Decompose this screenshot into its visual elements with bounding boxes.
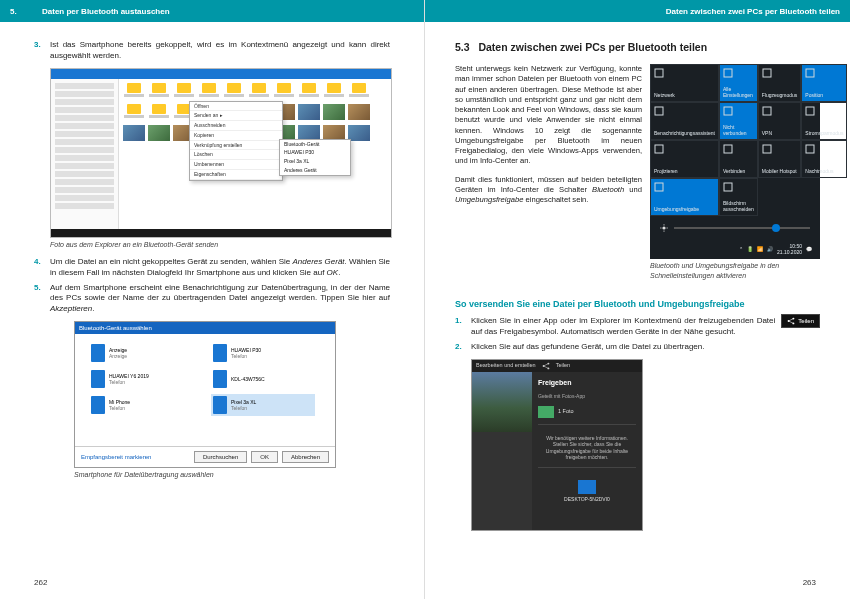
context-menu: ÖffnenSenden an ▸AusschneidenKopieren Ve… [189,101,283,181]
item-number: 3. [34,40,46,62]
ok-button[interactable]: OK [251,451,278,463]
explorer-main: ÖffnenSenden an ▸AusschneidenKopieren Ve… [119,79,391,237]
svg-rect-10 [763,145,771,153]
item-number: 1. [455,316,467,338]
page-number: 263 [803,578,816,587]
figure-share-flyout: Bearbeiten und erstellen Teilen Freigebe… [471,359,643,531]
figure-caption: Bluetooth und Umgebungsfreigabe in den S… [650,261,820,280]
svg-rect-6 [763,107,771,115]
action-center-tile[interactable]: Nachtmodus [801,140,847,178]
item-number: 4. [34,257,46,279]
dialog-title: Bluetooth-Gerät auswählen [75,322,335,334]
action-center-tile[interactable]: Stromsparmodus [801,102,847,140]
share-subtitle: Geteilt mit Fotos-App [538,393,636,400]
svg-rect-3 [806,69,814,77]
bluetooth-device[interactable]: Mi PhoneTelefon [89,394,193,416]
cancel-button[interactable]: Abbrechen [282,451,329,463]
device-icon [91,344,105,362]
page-right: Daten zwischen zwei PCs per Bluetooth te… [425,0,850,599]
tile-icon [654,68,664,78]
header-left: 5. Daten per Bluetooth austauschen [0,0,424,22]
device-icon [91,396,105,414]
action-center-tile[interactable]: Nicht verbunden [719,102,758,140]
subheading: So versenden Sie eine Datei per Bluetoot… [455,298,820,310]
device-icon [213,344,227,362]
brightness-icon [660,224,668,232]
action-center-tile[interactable]: Projizieren [650,140,719,178]
link-empfangsbereit[interactable]: Empfangsbereit markieren [81,453,151,461]
bluetooth-device[interactable]: Pixel 3a XLTelefon [211,394,315,416]
browse-button[interactable]: Durchsuchen [194,451,247,463]
action-center: NetzwerkAlle EinstellungenFlugzeugmodusP… [650,64,820,259]
tile-icon [805,106,815,116]
svg-rect-2 [763,69,771,77]
page-left: 5. Daten per Bluetooth austauschen 3. Is… [0,0,425,599]
photos-toolbar: Bearbeiten und erstellen Teilen [472,360,642,372]
tile-icon [723,182,733,192]
item-number: 5. [34,283,46,315]
tile-icon [723,106,733,116]
svg-rect-12 [655,183,663,191]
svg-point-14 [662,227,665,230]
share-device[interactable]: DESKTOP-5N2DVI0 [538,480,636,503]
list-item: 5. Auf dem Smartphone erscheint eine Ben… [34,283,390,315]
item-text: Klicken Sie auf das gefundene Gerät, um … [471,342,820,353]
explorer-sidebar [51,79,119,237]
section-running-head: Daten zwischen zwei PCs per Bluetooth te… [666,7,840,16]
action-center-tile[interactable]: Umgebungsfreigabe [650,178,719,216]
list-item: 1. Teilen Klicken Sie in einer App oder … [455,316,820,338]
action-center-tile[interactable]: VPN [758,102,802,140]
figure-action-center: NetzwerkAlle EinstellungenFlugzeugmodusP… [650,64,820,288]
device-icon [91,370,105,388]
share-icon [787,317,795,325]
share-panel: Freigeben Geteilt mit Fotos-App 1 Foto W… [532,372,642,530]
item-number: 2. [455,342,467,353]
svg-line-22 [789,319,794,321]
action-center-tile[interactable]: Mobiler Hotspot [758,140,802,178]
svg-rect-11 [806,145,814,153]
action-center-tile[interactable]: Flugzeugmodus [758,64,802,102]
share-message: Wir benötigen weitere Informationen. Ste… [538,435,636,461]
action-center-tile[interactable]: Position [801,64,847,102]
tile-icon [654,106,664,116]
explorer-titlebar [51,69,391,79]
svg-point-26 [547,367,549,369]
share-title: Freigeben [538,378,636,387]
tile-icon [723,144,733,154]
item-text: Auf dem Smartphone erscheint eine Benach… [50,283,390,315]
body-text: Steht unterwegs kein Netzwerk zur Verfüg… [455,64,642,288]
bluetooth-device[interactable]: HUAWEI P30Telefon [211,342,315,364]
action-center-tile[interactable]: Alle Einstellungen [719,64,758,102]
book-spread: 5. Daten per Bluetooth austauschen 3. Is… [0,0,850,599]
share-file-row: 1 Foto [538,406,636,418]
bluetooth-device[interactable]: AnzeigeAnzeige [89,342,193,364]
action-center-tile[interactable]: Verbinden [719,140,758,178]
tile-icon [762,68,772,78]
folder-icon [123,83,145,101]
device-icon [213,370,227,388]
svg-rect-13 [724,183,732,191]
action-center-tile[interactable]: Netzwerk [650,64,719,102]
chapter-number: 5. [10,7,32,16]
figure-explorer: ÖffnenSenden an ▸AusschneidenKopieren Ve… [50,68,390,238]
action-center-tile[interactable]: Benachrichtigungsassistent [650,102,719,140]
page-number: 262 [34,578,47,587]
share-button-inline[interactable]: Teilen [781,314,820,328]
monitor-icon [578,480,596,494]
svg-point-20 [793,318,795,320]
tile-icon [805,68,815,78]
svg-point-24 [542,365,544,367]
bluetooth-device[interactable]: HUAWEI Y6 2019Telefon [89,368,193,390]
chapter-title: Daten per Bluetooth austauschen [42,7,170,16]
bluetooth-device[interactable]: KDL-43W756C [211,368,315,390]
taskbar [51,229,391,237]
item-text: Um die Datei an ein nicht gekoppeltes Ge… [50,257,390,279]
brightness-slider[interactable] [650,216,820,240]
content-right: 5.3 Daten zwischen zwei PCs per Bluetoot… [425,22,850,531]
tile-icon [654,182,664,192]
item-text: Ist das Smartphone bereits gekoppelt, wi… [50,40,390,62]
action-center-tile[interactable]: Bildschirm ausschneiden [719,178,758,216]
tile-icon [805,144,815,154]
item-text: Teilen Klicken Sie in einer App oder im … [471,316,820,338]
tile-icon [723,68,733,78]
